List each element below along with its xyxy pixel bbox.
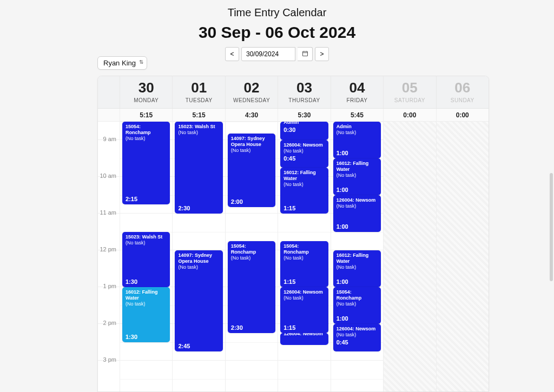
entry-task: (No task) [337, 172, 378, 178]
scrollbar-thumb[interactable] [550, 173, 553, 281]
entry-title: 14097: Sydney Opera House [178, 253, 219, 264]
day-number: 02 [226, 79, 278, 96]
time-entry[interactable]: 16012: Falling Water(No task)1:15 [280, 168, 328, 214]
entry-task: (No task) [283, 295, 325, 301]
day-header-4[interactable]: 04FRIDAY [331, 76, 383, 108]
time-entry[interactable]: 15023: Walsh St(No task)1:30 [122, 232, 170, 287]
entry-duration: 1:00 [337, 315, 348, 322]
entry-title: Admin [337, 124, 378, 130]
entry-task: (No task) [178, 264, 219, 270]
calendar-header: 30MONDAY01TUESDAY02WEDNESDAY03THURSDAY04… [98, 76, 489, 109]
day-column-0[interactable]: 15054: Ronchamp(No task)2:1515023: Walsh… [120, 122, 172, 391]
day-header-0[interactable]: 30MONDAY [120, 76, 172, 108]
day-columns: 15054: Ronchamp(No task)2:1515023: Walsh… [120, 122, 489, 391]
prev-week-button[interactable]: < [225, 47, 239, 61]
time-entry[interactable]: 15023: Walsh St(No task)2:30 [175, 122, 222, 214]
date-range: 30 Sep - 06 Oct 2024 [0, 23, 554, 42]
day-number: 01 [173, 79, 225, 96]
time-entry[interactable]: 16012: Falling Water(No task)1:30 [122, 287, 170, 342]
entry-task: (No task) [126, 136, 167, 142]
time-entry[interactable]: 126004: Newsom(No task)0:45 [280, 140, 328, 168]
day-header-3[interactable]: 03THURSDAY [278, 76, 330, 108]
day-of-week: THURSDAY [278, 97, 330, 103]
entry-duration: 2:30 [231, 324, 243, 331]
day-of-week: SUNDAY [437, 97, 489, 103]
day-column-2[interactable]: 14097: Sydney Opera House(No task)2:0015… [225, 122, 278, 391]
day-totals-row: 5:155:154:305:305:450:000:00 [98, 109, 489, 122]
time-entry[interactable]: 126004: Newsom(No task)1:00 [333, 195, 381, 232]
day-header-2[interactable]: 02WEDNESDAY [225, 76, 278, 108]
entry-duration: 0:30 [283, 127, 325, 133]
entry-title: 16012: Falling Water [337, 161, 378, 172]
next-week-button[interactable]: > [315, 47, 329, 61]
day-total-5: 0:00 [383, 109, 436, 121]
time-entry[interactable]: 15054: Ronchamp(No task)1:15 [280, 241, 328, 287]
calendar-body[interactable]: 9 am10 am11 am12 pm1 pm2 pm3 pm4 pm 1505… [98, 122, 489, 391]
time-entry[interactable]: 16012: Falling Water(No task)1:00 [333, 250, 381, 287]
date-input[interactable] [241, 47, 295, 61]
entry-task: (No task) [337, 332, 378, 338]
time-entry[interactable]: 126004: Newsom(No task)1:15 [280, 287, 328, 333]
entry-title: 16012: Falling Water [283, 170, 325, 182]
entry-task: (No task) [337, 301, 378, 307]
day-of-week: SATURDAY [384, 97, 436, 103]
day-of-week: MONDAY [120, 97, 172, 103]
entry-duration: 1:00 [337, 150, 348, 156]
entry-title: 15054: Ronchamp [337, 289, 378, 301]
day-total-4: 5:45 [331, 109, 383, 121]
hour-label: 1 pm [98, 283, 120, 289]
time-entry[interactable]: 15054: Ronchamp(No task)2:30 [228, 241, 275, 333]
day-header-5[interactable]: 05SATURDAY [383, 76, 436, 108]
day-header-6[interactable]: 06SUNDAY [436, 76, 489, 108]
day-column-4[interactable]: Admin(No task)1:0016012: Falling Water(N… [331, 122, 383, 391]
entry-task: (No task) [337, 264, 378, 270]
time-entry[interactable]: 16012: Falling Water(No task)1:00 [333, 158, 381, 195]
entry-task: (No task) [231, 255, 272, 261]
day-column-1[interactable]: 15023: Walsh St(No task)2:3014097: Sydne… [172, 122, 225, 391]
entry-title: 126004: Newsom [283, 142, 325, 148]
entry-task: (No task) [283, 182, 325, 188]
time-entry[interactable]: 126004: Newsom(No task)0:45 [333, 324, 381, 351]
calendar-icon [302, 50, 308, 58]
entry-title: 15023: Walsh St [126, 234, 167, 240]
entry-task: (No task) [337, 130, 378, 136]
entry-task: (No task) [126, 240, 167, 246]
calendar: 30MONDAY01TUESDAY02WEDNESDAY03THURSDAY04… [97, 76, 489, 392]
time-entry[interactable]: 15054: Ronchamp(No task)1:00 [333, 287, 381, 324]
date-picker-button[interactable] [298, 47, 313, 61]
entry-duration: 0:45 [283, 155, 325, 162]
time-entry[interactable]: 15054: Ronchamp(No task)2:15 [122, 122, 170, 204]
svg-rect-0 [302, 51, 307, 56]
day-of-week: FRIDAY [331, 97, 383, 103]
hour-label: 9 am [98, 136, 120, 142]
time-entry[interactable]: Admin0:30 [280, 122, 328, 140]
entry-duration: 1:30 [126, 334, 137, 340]
entry-task: (No task) [126, 301, 167, 307]
day-column-6[interactable] [436, 122, 489, 391]
entry-duration: 2:00 [231, 198, 243, 205]
day-number: 30 [120, 79, 172, 96]
entry-duration: 1:15 [283, 278, 295, 285]
entry-title: 14097: Sydney Opera House [231, 136, 272, 148]
time-entry[interactable]: 14097: Sydney Opera House(No task)2:00 [228, 134, 275, 207]
date-nav-bar: < > [0, 47, 554, 61]
time-entry[interactable]: 126004: Newsom [280, 333, 328, 345]
entry-duration: 2:30 [178, 205, 190, 211]
entry-title: 15023: Walsh St [178, 124, 219, 130]
day-number: 05 [384, 79, 436, 96]
day-of-week: TUESDAY [173, 97, 225, 103]
entry-duration: 1:00 [337, 278, 348, 285]
entry-title: 126004: Newsom [337, 197, 378, 203]
day-header-1[interactable]: 01TUESDAY [172, 76, 225, 108]
entry-duration: 2:45 [178, 343, 190, 349]
time-entry[interactable]: Admin(No task)1:00 [333, 122, 381, 158]
day-total-0: 5:15 [120, 109, 172, 121]
entry-title: 15054: Ronchamp [283, 243, 325, 255]
time-entry[interactable]: 14097: Sydney Opera House(No task)2:45 [175, 250, 222, 351]
entry-title: 16012: Falling Water [126, 289, 167, 301]
user-select[interactable]: Ryan King [97, 56, 147, 70]
day-column-5[interactable] [383, 122, 436, 391]
entry-task: (No task) [178, 130, 219, 136]
day-column-3[interactable]: Admin0:30126004: Newsom(No task)0:451601… [278, 122, 330, 391]
day-total-2: 4:30 [225, 109, 278, 121]
